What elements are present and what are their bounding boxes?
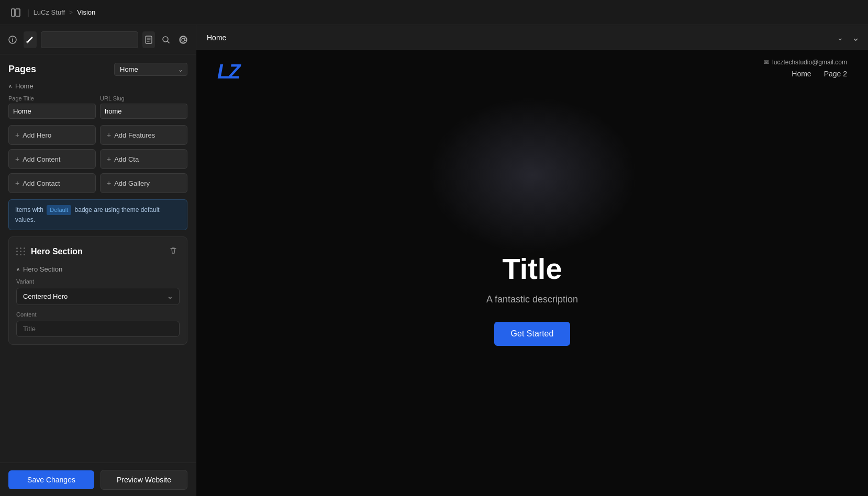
add-content-label: Add Content	[23, 155, 60, 163]
preview-hero: Title A fantastic description Get Starte…	[196, 97, 868, 496]
home-section: ∧ Home Page Title URL Slug	[8, 82, 187, 119]
drag-dot	[16, 254, 18, 255]
drag-dot	[24, 254, 25, 255]
preview-area: Home Page 2 ⌄ ✉ lucztechstudio@gmail.com…	[196, 25, 868, 496]
bottom-bar: Save Changes Preview Website	[0, 463, 196, 496]
plus-icon: +	[15, 179, 19, 187]
hero-card-left: Hero Section	[16, 247, 83, 256]
default-badge: Default	[47, 205, 71, 215]
add-gallery-label: Add Gallery	[114, 179, 150, 187]
preview-page-select[interactable]: Home Page 2	[205, 31, 848, 44]
breadcrumb-root[interactable]: LuCz Stuff	[34, 8, 65, 16]
svg-rect-1	[16, 9, 20, 16]
hero-section-card: Hero Section ∧ Hero Section Variant C	[8, 236, 187, 345]
preview-cta-button[interactable]: Get Started	[494, 322, 571, 346]
add-content-button[interactable]: + Add Content	[8, 149, 96, 169]
preview-hero-title: Title	[502, 252, 562, 286]
plus-icon: +	[107, 155, 111, 163]
hero-title-input[interactable]	[16, 321, 180, 337]
add-buttons-grid: + Add Hero + Add Features + Add Content …	[8, 125, 187, 193]
info-icon-button[interactable]	[6, 31, 19, 48]
add-hero-button[interactable]: + Add Hero	[8, 125, 96, 145]
preview-nav-page2[interactable]: Page 2	[824, 70, 847, 78]
variant-label: Variant	[16, 278, 180, 285]
plus-icon: +	[107, 179, 111, 187]
page-select-wrapper: Home Page 2	[114, 63, 187, 76]
search-icon-button[interactable]	[159, 31, 172, 48]
add-features-button[interactable]: + Add Features	[100, 125, 187, 145]
page-title-input[interactable]	[8, 104, 96, 119]
plus-icon: +	[15, 155, 19, 163]
home-section-label: Home	[15, 82, 34, 90]
delete-hero-button[interactable]	[167, 244, 180, 259]
preview-nav-links: Home Page 2	[792, 70, 847, 78]
svg-text:LZ: LZ	[217, 61, 241, 82]
variant-select-wrapper: Centered Hero Split Hero Full Width Hero	[16, 288, 180, 305]
page-title-group: Page Title	[8, 95, 96, 119]
plus-icon: +	[15, 131, 19, 139]
preview-hero-description: A fantastic description	[486, 294, 578, 305]
hero-section-title: Hero Section	[31, 247, 83, 256]
drag-dot	[16, 251, 18, 252]
svg-rect-0	[12, 9, 15, 16]
save-changes-button[interactable]: Save Changes	[8, 470, 94, 489]
at-icon-button[interactable]	[176, 31, 190, 48]
info-banner: Items with Default badge are using theme…	[8, 199, 187, 230]
hero-subsection-header[interactable]: ∧ Hero Section	[16, 265, 180, 273]
content-label: Content	[16, 311, 180, 318]
sidebar-content: Pages Home Page 2 ∧ Home Page Title	[0, 54, 196, 463]
preview-topbar: Home Page 2 ⌄	[196, 25, 868, 50]
sidebar: Pages Home Page 2 ∧ Home Page Title	[0, 25, 196, 496]
hero-subsection-chevron-icon: ∧	[16, 266, 20, 272]
svg-point-6	[180, 36, 187, 43]
panel-toggle-button[interactable]	[8, 5, 23, 20]
drag-dot	[20, 247, 21, 249]
home-section-header[interactable]: ∧ Home	[8, 82, 187, 90]
info-text-before: Items with	[15, 206, 43, 213]
brush-icon-button[interactable]	[24, 31, 37, 48]
hero-card-header: Hero Section	[16, 244, 180, 259]
preview-page-select-wrapper: Home Page 2	[205, 31, 848, 44]
breadcrumb-current: Vision	[77, 8, 95, 16]
drag-dot	[20, 251, 21, 252]
variant-select[interactable]: Centered Hero Split Hero Full Width Hero	[16, 288, 180, 305]
sidebar-toolbar	[0, 25, 196, 54]
svg-point-7	[182, 38, 185, 41]
search-input[interactable]	[41, 31, 138, 48]
top-bar: | LuCz Stuff > Vision	[0, 0, 868, 25]
add-contact-label: Add Contact	[23, 179, 60, 187]
breadcrumb-separator-1: |	[27, 8, 29, 17]
preview-website-button[interactable]: Preview Website	[101, 470, 187, 490]
home-chevron-icon: ∧	[8, 83, 12, 89]
url-slug-label: URL Slug	[100, 95, 187, 102]
add-contact-button[interactable]: + Add Contact	[8, 173, 96, 193]
url-slug-group: URL Slug	[100, 95, 187, 119]
hero-subsection-label: Hero Section	[23, 265, 62, 273]
breadcrumb-arrow: >	[69, 9, 73, 16]
preview-navbar: LZ Home Page 2	[196, 50, 868, 97]
page-select[interactable]: Home Page 2	[114, 63, 187, 76]
drag-dot	[20, 254, 21, 255]
website-preview: ✉ lucztechstudio@gmail.com LZ Home Page …	[196, 50, 868, 496]
svg-point-3	[13, 38, 14, 39]
pages-header: Pages Home Page 2	[8, 63, 187, 76]
add-cta-label: Add Cta	[114, 155, 139, 163]
document-icon-button[interactable]	[142, 31, 155, 48]
pages-title: Pages	[8, 64, 36, 75]
drag-handle[interactable]	[16, 247, 26, 255]
preview-nav-home[interactable]: Home	[792, 70, 811, 78]
add-cta-button[interactable]: + Add Cta	[100, 149, 187, 169]
drag-dot	[24, 251, 25, 252]
drag-dot	[24, 247, 25, 249]
page-fields-row: Page Title URL Slug	[8, 95, 187, 119]
add-features-label: Add Features	[114, 131, 155, 139]
drag-dot	[16, 247, 18, 249]
preview-chevron-down-icon: ⌄	[852, 32, 860, 43]
page-title-label: Page Title	[8, 95, 96, 102]
preview-logo: LZ	[217, 61, 249, 86]
main-layout: Pages Home Page 2 ∧ Home Page Title	[0, 25, 868, 496]
add-hero-label: Add Hero	[23, 131, 51, 139]
url-slug-input[interactable]	[100, 104, 187, 119]
plus-icon: +	[107, 131, 111, 139]
add-gallery-button[interactable]: + Add Gallery	[100, 173, 187, 193]
